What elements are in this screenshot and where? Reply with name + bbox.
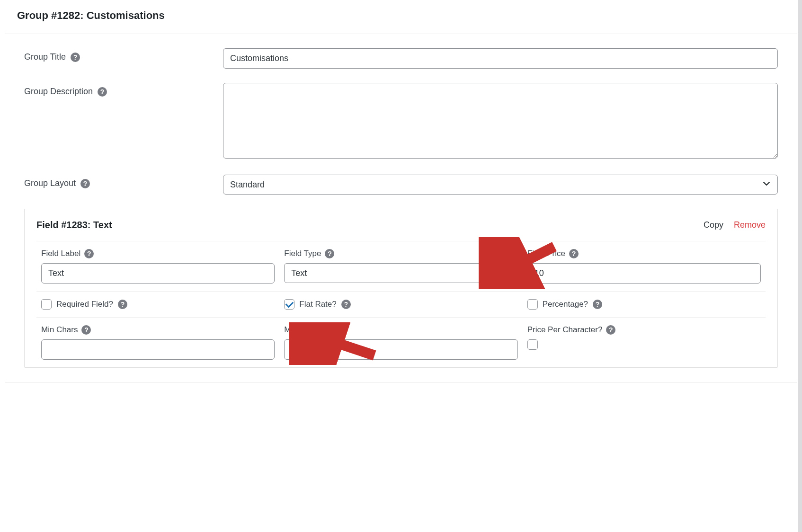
max-chars-input[interactable]: [284, 339, 517, 360]
group-layout-select[interactable]: Standard: [223, 175, 778, 195]
cell-field-label: Field Label ?: [36, 241, 279, 291]
price-per-char-checkbox[interactable]: [527, 339, 538, 350]
cell-required: Required Field? ?: [36, 291, 279, 317]
field-label-input[interactable]: [41, 263, 275, 284]
field-header: Field #1283: Text Copy Remove: [25, 209, 777, 241]
label-field-type: Field Type: [284, 249, 321, 258]
field-price-input[interactable]: [527, 263, 761, 284]
help-icon[interactable]: ?: [327, 325, 337, 335]
label-field-price: Field Price: [527, 249, 565, 258]
remove-button[interactable]: Remove: [734, 220, 766, 230]
help-icon[interactable]: ?: [341, 300, 351, 309]
group-title-input[interactable]: [223, 48, 778, 69]
help-icon[interactable]: ?: [118, 300, 127, 309]
help-icon[interactable]: ?: [71, 53, 80, 62]
cell-max-chars: Max Chars ?: [279, 317, 522, 367]
help-icon[interactable]: ?: [80, 179, 90, 188]
cell-field-type: Field Type ? Text: [279, 241, 522, 291]
cell-price-per-char: Price Per Character? ?: [523, 317, 766, 367]
label-min-chars: Min Chars: [41, 325, 78, 335]
help-icon[interactable]: ?: [606, 325, 615, 335]
label-max-chars: Max Chars: [284, 325, 323, 335]
help-icon[interactable]: ?: [569, 249, 579, 258]
help-icon[interactable]: ?: [81, 325, 91, 335]
cell-min-chars: Min Chars ?: [36, 317, 279, 367]
label-group-description: Group Description ?: [24, 83, 223, 97]
help-icon[interactable]: ?: [98, 87, 107, 97]
label-price-per-char: Price Per Character?: [527, 325, 603, 335]
label-group-layout: Group Layout ?: [24, 175, 223, 188]
label-group-title: Group Title ?: [24, 48, 223, 62]
flat-rate-checkbox[interactable]: [284, 299, 294, 310]
label-group-title-text: Group Title: [24, 52, 66, 62]
group-description-input[interactable]: [223, 83, 778, 159]
label-field-label: Field Label: [41, 249, 80, 258]
group-body: Group Title ? Group Description ? Group …: [5, 34, 797, 382]
required-checkbox[interactable]: [41, 299, 52, 310]
help-icon[interactable]: ?: [325, 249, 334, 258]
row-group-title: Group Title ?: [24, 48, 778, 69]
field-panel: Field #1283: Text Copy Remove Field Labe…: [24, 209, 778, 368]
group-panel: Group #1282: Customisations Group Title …: [5, 0, 797, 382]
field-header-title: Field #1283: Text: [36, 220, 112, 231]
help-icon[interactable]: ?: [593, 300, 602, 309]
row-group-layout: Group Layout ? Standard: [24, 175, 778, 195]
cell-flat-rate: Flat Rate? ?: [279, 291, 522, 317]
label-group-description-text: Group Description: [24, 87, 93, 97]
label-group-layout-text: Group Layout: [24, 178, 76, 188]
min-chars-input[interactable]: [41, 339, 275, 360]
cell-field-price: Field Price ?: [523, 241, 766, 291]
group-header-title: Group #1282: Customisations: [17, 9, 165, 21]
field-type-select[interactable]: Text: [284, 263, 517, 283]
label-required: Required Field?: [56, 300, 113, 309]
group-header: Group #1282: Customisations: [5, 0, 797, 34]
field-actions: Copy Remove: [704, 220, 766, 230]
label-percentage: Percentage?: [543, 300, 588, 309]
percentage-checkbox[interactable]: [527, 299, 538, 310]
cell-percentage: Percentage? ?: [523, 291, 766, 317]
row-group-description: Group Description ?: [24, 83, 778, 160]
label-flat-rate: Flat Rate?: [299, 300, 336, 309]
window-scrollbar-region: [798, 0, 802, 387]
help-icon[interactable]: ?: [84, 249, 94, 258]
copy-button[interactable]: Copy: [704, 220, 723, 230]
